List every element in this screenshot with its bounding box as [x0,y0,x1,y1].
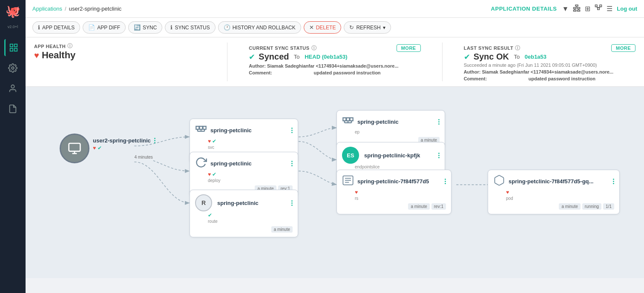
current-sync-text: Synced [259,52,289,62]
grid-icon[interactable]: ⊞ [585,5,590,13]
route-status-icons: ✔ [208,212,293,218]
app-time-tag: 4 minutes [132,154,155,160]
ep-type: ep [355,130,440,134]
svg-rect-3 [14,48,17,51]
health-status: ♥ Healthy [34,50,206,61]
rs-icon [342,174,354,188]
last-sync-more-button[interactable]: MORE [611,44,635,52]
pod-node-name: spring-petclinic-7f84f577d5-gq... [509,178,610,185]
last-sync-info-icon: ⓘ [515,45,520,52]
route-node[interactable]: R spring-petclinic ✔ route a minute [190,190,298,237]
list-icon[interactable]: ☰ [607,5,612,13]
divider-2 [442,43,443,81]
endpointslice-node-name: spring-petclinic-kpfjk [364,152,435,159]
health-value: Healthy [42,50,75,61]
ep-icon [342,115,354,129]
filter-icon[interactable]: ▼ [562,5,569,13]
deploy-check: ✔ [212,171,216,177]
app-details-button[interactable]: ℹ APP DETAILS [32,21,80,34]
app-node-name-row: user2-spring-petclinic [93,137,155,144]
app-check-icon: ✔ [98,145,102,151]
endpointslice-node-menu[interactable] [438,153,440,158]
svg-rect-31 [350,118,353,121]
network-icon[interactable] [595,4,602,14]
last-sync-commit[interactable]: 0eb1a53 [525,54,546,60]
endpointslice-node-header: ES spring-petclinic-kpfjk [342,147,440,164]
rs-time: a minute [408,203,429,210]
svg-rect-25 [200,126,203,129]
app-node-info: user2-spring-petclinic ♥ ✔ 4 minutes [93,137,155,160]
rs-heart: ♥ [355,189,358,195]
current-sync-author: Author: Siamak Sadeghianfar <1174934+sia… [249,63,420,68]
pod-node[interactable]: spring-petclinic-7f84f577d5-gq... ♥ pod … [488,170,620,214]
refresh-label: REFRESH [356,25,380,31]
sidebar-item-user[interactable] [4,80,21,97]
rs-node[interactable]: spring-petclinic-7f84f577d5 ♥ rs a minut… [336,170,451,214]
sync-status-icon: ℹ [170,24,172,31]
svg-rect-7 [574,7,576,9]
sync-status-label: SYNC STATUS [175,25,210,31]
pod-node-header: spring-petclinic-7f84f577d5-gq... [493,174,614,188]
sidebar-item-settings[interactable] [4,60,21,77]
sync-button[interactable]: 🔄 SYNC [128,21,162,34]
svg-rect-30 [343,118,346,121]
refresh-icon: ↻ [349,24,354,31]
current-sync-comment: Comment: updated password instruction [249,70,420,75]
logout-button[interactable]: Log out [617,6,637,12]
sync-label: SYNC [143,25,157,31]
sync-status-button[interactable]: ℹ SYNC STATUS [165,21,215,34]
app-node[interactable]: user2-spring-petclinic ♥ ✔ 4 minutes [60,134,155,163]
pod-node-menu[interactable] [613,179,614,184]
breadcrumb-applications-link[interactable]: Applications [32,6,62,12]
delete-button[interactable]: ✕ DELETE [304,21,342,34]
app-node-menu[interactable] [154,138,155,143]
svc-heart: ♥ [208,138,211,144]
main-content: Applications / user2-spring-petclinic AP… [26,0,644,278]
last-sync-to: To [512,54,521,60]
rs-node-menu[interactable] [445,179,446,184]
last-sync-section: LAST SYNC RESULT ⓘ MORE ✔ Sync OK To 0eb… [464,43,635,81]
sidebar-item-apps[interactable] [4,39,21,56]
svc-node-menu[interactable] [291,128,293,133]
pod-running: running [582,203,601,210]
pod-time: a minute [559,203,580,210]
route-type: route [208,219,293,224]
app-details-label: APP DETAILS [42,25,75,31]
route-node-header: R spring-petclinic [195,194,293,211]
svc-status-icons: ♥ ✔ [208,138,293,144]
svc-icon [195,123,207,137]
hierarchy-icon[interactable] [573,4,581,14]
svg-rect-6 [575,5,578,6]
deploy-icon [195,156,207,171]
refresh-button[interactable]: ↻ REFRESH ▾ [344,21,391,34]
svg-rect-20 [69,143,80,151]
svc-node-header: spring-petclinic [195,123,293,137]
route-check: ✔ [208,212,212,218]
app-diff-button[interactable]: 📄 APP DIFF [83,21,126,34]
sidebar-item-docs[interactable] [4,100,21,117]
route-node-menu[interactable] [291,200,293,206]
current-sync-commit[interactable]: HEAD (0eb1a53) [305,54,347,60]
svc-node-name: spring-petclinic [210,127,288,134]
pod-footer: a minute running 1/1 [493,203,614,210]
svg-rect-1 [14,44,17,47]
diff-icon: 📄 [88,24,95,31]
deploy-node-menu[interactable] [291,161,293,166]
status-panel: APP HEALTH ⓘ ♥ Healthy CURRENT SYNC STAT… [26,37,644,87]
app-health-section: APP HEALTH ⓘ ♥ Healthy [34,43,206,61]
route-icon: R [195,194,212,211]
endpointslice-icon: ES [342,147,359,164]
current-sync-info-icon: ⓘ [311,45,317,52]
ep-node-name: spring-petclinic [357,119,435,125]
ep-node-menu[interactable] [438,119,440,125]
delete-icon: ✕ [309,24,314,31]
current-sync-more-button[interactable]: MORE [397,44,421,52]
refresh-chevron: ▾ [383,25,385,31]
last-sync-author: Author: Siamak Sadeghianfar <1174934+sia… [464,69,635,74]
history-rollback-button[interactable]: 🕐 HISTORY AND ROLLBACK [218,21,301,34]
current-sync-section: CURRENT SYNC STATUS ⓘ MORE ✔ Synced To H… [249,43,420,75]
route-time: a minute [271,226,293,233]
current-sync-label: CURRENT SYNC STATUS ⓘ [249,45,316,52]
current-sync-status-row: ✔ Synced To HEAD (0eb1a53) [249,52,420,62]
breadcrumb: Applications / user2-spring-petclinic [32,6,121,12]
